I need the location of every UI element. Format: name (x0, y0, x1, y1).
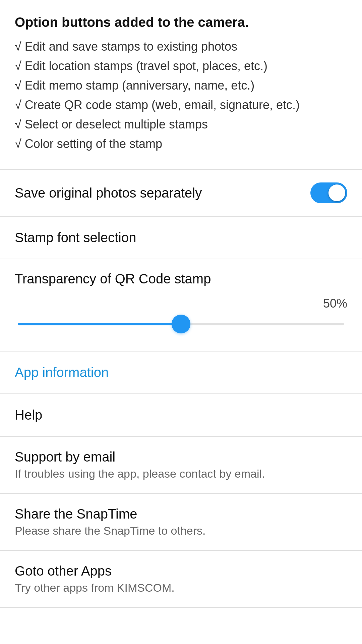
share-snaptime-subtitle: Please share the SnapTime to others. (15, 524, 347, 537)
goto-other-apps-row[interactable]: Goto other Apps Try other apps from KIMS… (0, 551, 362, 608)
goto-other-apps-title: Goto other Apps (15, 564, 347, 579)
feature-item-6: √ Color setting of the stamp (15, 135, 347, 153)
feature-list-section: Option buttons added to the camera. √ Ed… (0, 0, 362, 170)
slider-container[interactable] (15, 314, 347, 334)
slider-track (18, 323, 344, 325)
feature-item-4: √ Create QR code stamp (web, email, sign… (15, 96, 347, 114)
support-email-row[interactable]: Support by email If troubles using the a… (0, 437, 362, 494)
help-label: Help (15, 408, 347, 423)
share-snaptime-title: Share the SnapTime (15, 506, 347, 522)
feature-item-3: √ Edit memo stamp (anniversary, name, et… (15, 76, 347, 95)
qr-transparency-label: Transparency of QR Code stamp (15, 271, 347, 286)
support-email-subtitle: If troubles using the app, please contac… (15, 467, 347, 480)
save-original-label: Save original photos separately (15, 185, 202, 201)
feature-list-title: Option buttons added to the camera. (15, 13, 347, 31)
qr-transparency-value: 50% (15, 297, 347, 311)
toggle-thumb (328, 184, 345, 201)
feature-item-1: √ Edit and save stamps to existing photo… (15, 38, 347, 56)
save-original-row[interactable]: Save original photos separately (0, 170, 362, 217)
stamp-font-row[interactable]: Stamp font selection (0, 217, 362, 259)
feature-item-5: √ Select or deselect multiple stamps (15, 115, 347, 133)
feature-item-2: √ Edit location stamps (travel spot, pla… (15, 57, 347, 75)
app-information-row[interactable]: App information (0, 352, 362, 394)
goto-other-apps-subtitle: Try other apps from KIMSCOM. (15, 581, 347, 594)
support-email-title: Support by email (15, 449, 347, 465)
feature-list: √ Edit and save stamps to existing photo… (15, 38, 347, 153)
save-original-toggle[interactable] (310, 182, 347, 203)
stamp-font-label: Stamp font selection (15, 230, 347, 245)
slider-fill (18, 323, 181, 325)
qr-transparency-section: Transparency of QR Code stamp 50% (0, 259, 362, 352)
help-row[interactable]: Help (0, 394, 362, 437)
share-snaptime-row[interactable]: Share the SnapTime Please share the Snap… (0, 494, 362, 551)
slider-thumb[interactable] (172, 315, 190, 333)
settings-page: Option buttons added to the camera. √ Ed… (0, 0, 362, 608)
app-information-label: App information (15, 365, 347, 380)
